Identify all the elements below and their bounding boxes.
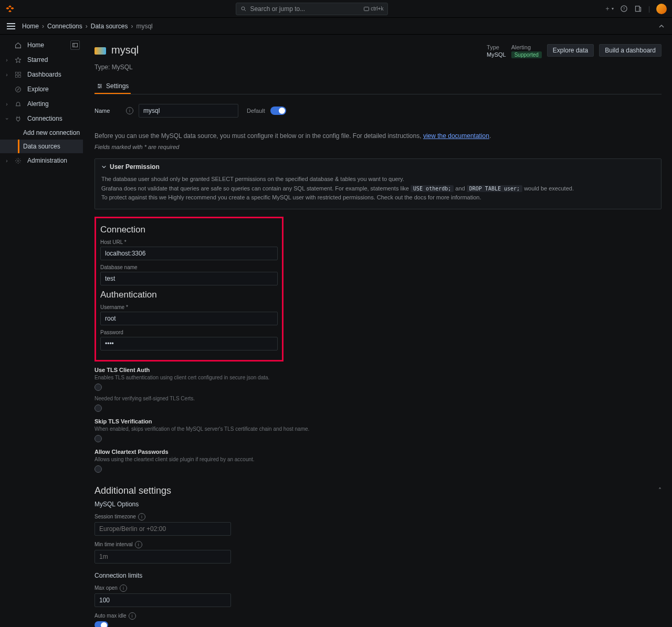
- additional-settings-heading[interactable]: Additional settings ˄: [94, 485, 662, 496]
- ca-cert-desc: Needed for verifying self-signed TLS Cer…: [94, 395, 326, 402]
- top-bar: Search or jump to... ctrl+k ＋▾ ? |: [0, 0, 672, 18]
- svg-line-1: [245, 9, 246, 11]
- sidebar-item-starred[interactable]: › Starred: [0, 52, 83, 67]
- compass-icon: [15, 86, 22, 93]
- tls-client-auth-toggle[interactable]: [94, 384, 102, 391]
- collapse-top-button[interactable]: [656, 21, 667, 31]
- cleartext-desc: Allows using the cleartext client side p…: [94, 456, 326, 463]
- type-line: Type: MySQL: [94, 63, 662, 71]
- skip-tls-desc: When enabled, skips verification of the …: [94, 426, 326, 433]
- sidebar-item-home[interactable]: Home: [0, 38, 83, 52]
- sidebar-label: Add new connection: [23, 129, 80, 136]
- default-label: Default: [247, 108, 265, 114]
- crumb-home[interactable]: Home: [22, 23, 39, 30]
- help-icon[interactable]: ?: [620, 5, 628, 13]
- database-name-label: Database name: [100, 264, 278, 270]
- code-sample: DROP TABLE user;: [467, 185, 522, 192]
- info-icon[interactable]: i: [135, 541, 142, 548]
- cleartext-toggle[interactable]: [94, 465, 102, 473]
- skip-tls-toggle[interactable]: [94, 435, 102, 442]
- menu-toggle-button[interactable]: [5, 20, 17, 32]
- search-shortcut: ctrl+k: [371, 6, 383, 12]
- database-name-input[interactable]: [100, 272, 278, 285]
- sidebar-item-administration[interactable]: › Administration: [0, 153, 83, 168]
- chevron-down-icon: [101, 164, 107, 169]
- authentication-heading: Authentication: [100, 290, 278, 300]
- sidebar-label: Starred: [27, 56, 48, 63]
- sliders-icon: [97, 83, 103, 89]
- crumb-datasources[interactable]: Data sources: [91, 23, 128, 30]
- search-icon: [240, 6, 247, 12]
- sidebar-label: Data sources: [23, 143, 60, 150]
- tls-client-auth-desc: Enables TLS authentication using client …: [94, 374, 326, 381]
- info-icon[interactable]: i: [120, 585, 127, 592]
- svg-rect-12: [16, 75, 18, 77]
- tabs: Settings: [94, 79, 662, 94]
- tab-label: Settings: [106, 82, 129, 90]
- sidebar-item-connections[interactable]: › Connections: [0, 111, 83, 126]
- min-time-interval-label: Min time interval: [94, 541, 133, 547]
- crumb-current: mysql: [136, 23, 152, 30]
- sidebar-label: Connections: [27, 115, 62, 122]
- connection-auth-highlight: Connection Host URL * Database name Auth…: [94, 217, 284, 362]
- sidebar-label: Home: [27, 41, 44, 49]
- sidebar-label: Explore: [27, 86, 49, 93]
- sidebar-label: Administration: [27, 157, 67, 164]
- add-button[interactable]: ＋▾: [604, 4, 614, 13]
- info-icon[interactable]: i: [126, 107, 133, 114]
- svg-rect-11: [19, 72, 21, 74]
- breadcrumb: Home › Connections › Data sources › mysq…: [22, 23, 153, 30]
- alerting-badge: Supported: [511, 51, 542, 58]
- session-timezone-input[interactable]: [94, 522, 231, 536]
- global-search-input[interactable]: Search or jump to... ctrl+k: [236, 3, 388, 15]
- svg-point-20: [100, 86, 101, 87]
- explore-data-button[interactable]: Explore data: [547, 44, 594, 57]
- main-content: mysql Type MySQL Alerting Supported Expl…: [83, 35, 672, 627]
- crumb-connections[interactable]: Connections: [47, 23, 82, 30]
- name-label: Name: [94, 108, 121, 114]
- info-icon[interactable]: i: [138, 513, 145, 520]
- build-dashboard-button[interactable]: Build a dashboard: [599, 44, 662, 57]
- svg-point-0: [242, 7, 245, 10]
- svg-point-15: [17, 160, 19, 161]
- user-avatar[interactable]: [656, 4, 667, 14]
- password-label: Password: [100, 330, 278, 335]
- keyboard-icon: [364, 7, 369, 11]
- connection-heading: Connection: [100, 225, 278, 235]
- sidebar-item-dashboards[interactable]: › Dashboards: [0, 67, 83, 82]
- host-url-input[interactable]: [100, 247, 278, 260]
- meta-type-value: MySQL: [487, 51, 506, 58]
- sidebar-item-alerting[interactable]: › Alerting: [0, 97, 83, 111]
- grafana-logo-icon: [5, 4, 15, 14]
- ca-cert-toggle[interactable]: [94, 405, 102, 412]
- max-open-label: Max open: [94, 585, 118, 591]
- dock-sidebar-button[interactable]: [70, 40, 80, 50]
- min-time-interval-input[interactable]: [94, 550, 231, 564]
- default-toggle[interactable]: [270, 107, 286, 115]
- required-note: Fields marked with * are required: [94, 144, 662, 150]
- svg-rect-8: [73, 44, 78, 47]
- chevron-up-icon: ˄: [658, 487, 662, 494]
- sidebar-item-data-sources[interactable]: Data sources: [0, 140, 83, 153]
- tab-settings[interactable]: Settings: [94, 79, 131, 94]
- sidebar-label: Alerting: [27, 100, 49, 108]
- info-icon[interactable]: i: [129, 612, 136, 620]
- dashboards-icon: [15, 71, 22, 78]
- sidebar-item-explore[interactable]: Explore: [0, 82, 83, 97]
- news-icon[interactable]: [634, 5, 642, 13]
- max-open-input[interactable]: [94, 593, 231, 607]
- view-documentation-link[interactable]: view the documentation: [423, 132, 489, 140]
- tls-client-auth-label: Use TLS Client Auth: [94, 367, 662, 373]
- username-input[interactable]: [100, 312, 278, 325]
- sidebar: Home › Starred › Dashboards Explore: [0, 35, 83, 627]
- username-label: Username *: [100, 304, 278, 310]
- sidebar-item-add-connection[interactable]: Add new connection: [0, 126, 83, 140]
- auto-max-idle-toggle[interactable]: [94, 621, 108, 627]
- sidebar-label: Dashboards: [27, 71, 61, 78]
- svg-rect-10: [16, 72, 18, 74]
- svg-point-14: [16, 87, 21, 92]
- panel-header[interactable]: User Permission: [95, 159, 661, 175]
- password-input[interactable]: [100, 337, 278, 350]
- svg-text:?: ?: [623, 7, 625, 10]
- datasource-name-input[interactable]: [139, 104, 238, 118]
